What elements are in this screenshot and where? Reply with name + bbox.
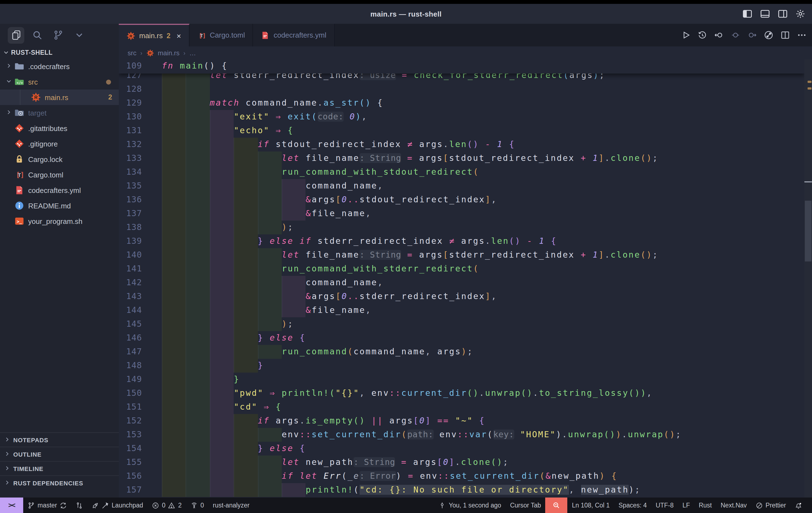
breadcrumb-item[interactable]: … xyxy=(189,49,196,57)
indent-band xyxy=(162,165,186,179)
section-notepads[interactable]: NOTEPADS xyxy=(0,432,119,447)
cursor-tab-item[interactable]: Cursor Tab xyxy=(506,497,546,513)
tab-codecrafters.yml[interactable]: codecrafters.yml xyxy=(253,24,335,47)
tab-close-icon[interactable]: × xyxy=(176,31,181,40)
lsp-item[interactable]: rust-analyzer xyxy=(208,497,254,513)
remote-label: >< xyxy=(8,502,15,509)
git-branch-item[interactable]: master xyxy=(23,497,71,513)
code-line-148: 148} xyxy=(119,358,804,372)
search-icon[interactable] xyxy=(29,27,45,44)
code-line-133: 133let file_name: String = args[stdout_r… xyxy=(119,151,804,165)
tree-item-.gitattributes[interactable]: .gitattributes xyxy=(0,120,119,136)
svg-text:R: R xyxy=(34,95,37,100)
indent-band xyxy=(234,428,258,441)
tab-main.rs[interactable]: Rmain.rs2× xyxy=(119,24,190,47)
next-change-icon[interactable] xyxy=(747,30,757,40)
code-text: run_command(command_name, args); xyxy=(282,345,473,358)
indent-band xyxy=(162,262,186,276)
indent-band xyxy=(210,289,234,303)
ports-item[interactable]: 0 xyxy=(186,497,208,513)
more-actions-icon[interactable] xyxy=(797,30,807,40)
launchpad-item[interactable]: Launchpad xyxy=(87,497,147,513)
file-label: .gitignore xyxy=(28,140,58,148)
indent-band xyxy=(210,193,234,207)
split-editor-icon[interactable] xyxy=(781,30,790,40)
toggle-sidebar-icon[interactable] xyxy=(743,9,752,19)
prettier-disabled-icon xyxy=(756,502,763,509)
indent-band xyxy=(210,358,234,372)
indentation-item[interactable]: Spaces: 4 xyxy=(614,497,651,513)
indent-band xyxy=(162,441,186,455)
notifications-item[interactable] xyxy=(790,497,807,513)
indent-band xyxy=(186,179,210,193)
tree-item-codecrafters.yml[interactable]: codecrafters.yml xyxy=(0,183,119,198)
encoding-item[interactable]: UTF-8 xyxy=(651,497,678,513)
line-number: 130 xyxy=(119,110,142,124)
window-title: main.rs — rust-shell xyxy=(370,10,442,18)
eol-item[interactable]: LF xyxy=(678,497,694,513)
toggle-panel-icon[interactable] xyxy=(760,9,770,19)
compare-changes-icon xyxy=(76,502,83,509)
nextnav-item[interactable]: Next.Nav xyxy=(716,497,751,513)
git-compare-item[interactable] xyxy=(71,497,87,513)
tree-item-main.rs[interactable]: Rmain.rs2 xyxy=(0,89,119,105)
code-editor[interactable]: 127let stderr_redirect_index: usize = ch… xyxy=(119,59,804,497)
tab-Cargo.toml[interactable]: []TCargo.toml xyxy=(190,24,253,47)
toggle-secondary-sidebar-icon[interactable] xyxy=(778,9,788,19)
line-number: 152 xyxy=(119,414,142,428)
git-blame-item[interactable]: You, 1 second ago xyxy=(434,497,506,513)
source-control-icon[interactable] xyxy=(50,27,66,44)
indent-band xyxy=(186,165,210,179)
code-text: run_command_with_stderr_redirect( xyxy=(282,262,479,276)
section-outline[interactable]: OUTLINE xyxy=(0,447,119,461)
chevron-down-icon[interactable] xyxy=(71,27,87,44)
indent-band xyxy=(162,400,186,414)
scrollbar-thumb[interactable] xyxy=(805,201,811,262)
tree-item-.codecrafters[interactable]: .codecrafters xyxy=(0,59,119,74)
branch-icon xyxy=(28,502,35,509)
breadcrumb-item[interactable]: src xyxy=(127,49,137,57)
language-mode-item[interactable]: Rust xyxy=(694,497,716,513)
formatter-item[interactable]: Prettier xyxy=(751,497,790,513)
breadcrumb: src › R main.rs › … xyxy=(119,47,812,59)
indent-band xyxy=(162,207,186,220)
code-text: run_command_with_stdout_redirect( xyxy=(282,165,479,179)
code-line-130: 130"exit" ⇒ exit(code: 0), xyxy=(119,110,804,124)
settings-gear-icon[interactable] xyxy=(795,9,805,19)
tree-item-src[interactable]: </>src xyxy=(0,74,119,89)
line-number: 136 xyxy=(119,193,142,207)
problems-item[interactable]: 0 2 xyxy=(147,497,186,513)
indent-band xyxy=(210,124,234,137)
code-line-142: 142command_name, xyxy=(119,276,804,289)
code-line-132: 132if stdout_redirect_index ≠ args.len()… xyxy=(119,137,804,151)
breadcrumb-item[interactable]: main.rs xyxy=(158,49,179,57)
explorer-icon[interactable] xyxy=(8,27,24,44)
tree-item-Cargo.lock[interactable]: Cargo.lock xyxy=(0,152,119,167)
tree-item-your_program.sh[interactable]: >_your_program.sh xyxy=(0,213,119,229)
run-icon[interactable] xyxy=(681,30,691,40)
scrollbar[interactable] xyxy=(804,59,812,497)
section-timeline[interactable]: TIMELINE xyxy=(0,461,119,476)
indent-band xyxy=(234,165,258,179)
tree-item-.gitignore[interactable]: .gitignore xyxy=(0,136,119,152)
open-changes-icon[interactable] xyxy=(764,30,773,40)
code-text: "exit" ⇒ exit(code: 0), xyxy=(234,110,367,124)
code-line-149: 149} xyxy=(119,372,804,386)
error-count: 0 xyxy=(162,502,166,509)
indent-band xyxy=(258,248,282,262)
workspace-root-label: RUST-SHELL xyxy=(11,49,53,56)
zoom-alert-badge[interactable] xyxy=(546,497,568,513)
section-rust-dependencies[interactable]: RUST DEPENDENCIES xyxy=(0,476,119,490)
app-window: main.rs — rust-shell RUST-SHELL xyxy=(0,0,812,513)
timeline-history-icon[interactable] xyxy=(698,30,707,40)
remote-indicator[interactable]: >< xyxy=(0,497,23,513)
workspace-root[interactable]: RUST-SHELL xyxy=(0,47,119,59)
code-line-151: 151"cd" ⇒ { xyxy=(119,400,804,414)
change-marker-icon[interactable] xyxy=(731,30,740,40)
tree-item-Cargo.toml[interactable]: []TCargo.toml xyxy=(0,167,119,183)
file-label: Cargo.lock xyxy=(28,155,62,163)
previous-change-icon[interactable] xyxy=(714,30,724,40)
tree-item-README.md[interactable]: README.md xyxy=(0,198,119,213)
cursor-position-item[interactable]: Ln 108, Col 1 xyxy=(568,497,614,513)
tree-item-target[interactable]: target xyxy=(0,105,119,120)
